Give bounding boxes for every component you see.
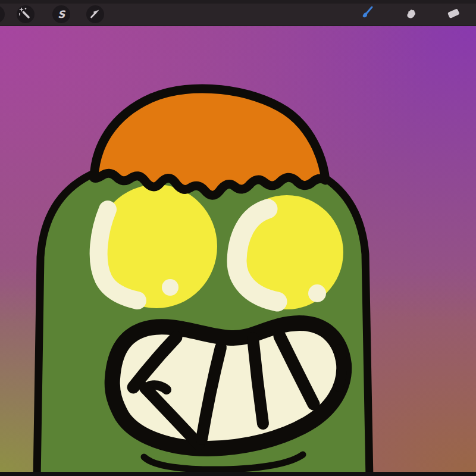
drawing-canvas[interactable]	[0, 26, 476, 472]
paintbrush-icon	[358, 4, 376, 22]
svg-text:S: S	[58, 8, 66, 20]
smudge-finger-icon	[403, 4, 421, 22]
statusbar-shade	[0, 0, 476, 4]
s-glyph-icon: S	[52, 5, 70, 23]
brush-button[interactable]	[358, 4, 376, 22]
toolbar-divider	[0, 26, 476, 26]
selection-button[interactable]: S	[52, 5, 70, 23]
right-eye-glint	[308, 284, 326, 302]
magic-wand-icon	[17, 5, 35, 23]
eraser-button[interactable]	[444, 4, 462, 22]
monster-artwork	[0, 26, 476, 472]
left-eye-glint	[162, 279, 178, 296]
smudge-button[interactable]	[403, 4, 421, 22]
transform-button[interactable]	[86, 5, 104, 23]
eraser-icon	[444, 4, 462, 22]
actions-button[interactable]	[0, 5, 5, 23]
arrow-cursor-icon	[86, 5, 104, 23]
adjustments-button[interactable]	[17, 5, 35, 23]
top-toolbar: S	[0, 0, 476, 26]
monster-hair	[94, 89, 325, 195]
app-screen: S	[0, 0, 476, 476]
canvas-bottom-edge	[0, 472, 476, 476]
